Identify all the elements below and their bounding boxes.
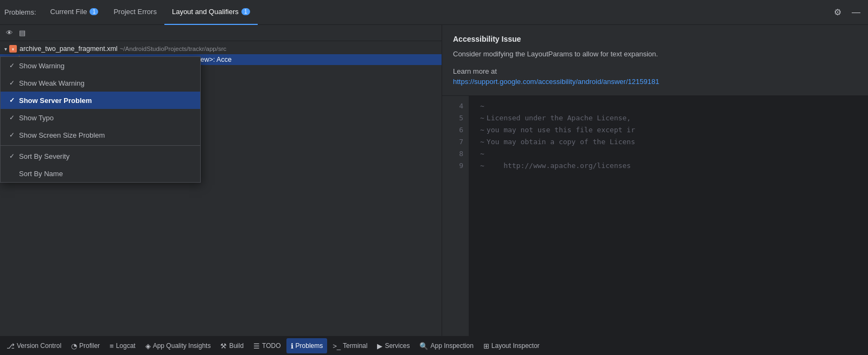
check-sort-name [9, 170, 19, 177]
accessibility-info: Accessibility Issue Consider modifying t… [442, 25, 868, 96]
line-5: 5 [442, 112, 469, 124]
panel-toolbar: 👁 ▤ [0, 25, 442, 41]
menu-divider-1 [1, 145, 200, 146]
check-show-weak-warning: ✓ [9, 79, 19, 87]
terminal-icon: >_ [333, 342, 341, 350]
logcat-label: Logcat [116, 342, 136, 350]
code-editor: 4 5 6 7 8 9 ~ ~ Licensed under the Apach… [442, 96, 868, 337]
minimize-button[interactable]: — [848, 5, 864, 20]
line-8: 8 [442, 148, 469, 160]
line-7: 7 [442, 136, 469, 148]
status-services[interactable]: ▶ Services [373, 338, 414, 353]
code-content: ~ ~ Licensed under the Apache License, ~… [469, 96, 868, 337]
check-sort-severity: ✓ [9, 152, 19, 160]
tab-project-errors[interactable]: Project Errors [106, 0, 164, 25]
code-line-6: ~ you may not use this file except ir [480, 124, 868, 136]
status-todo[interactable]: ☰ TODO [249, 338, 285, 353]
learn-more-label: Learn more at [453, 67, 857, 75]
file-path: ~/AndroidStudioProjects/trackr/app/src [120, 46, 227, 52]
line-4: 4 [442, 100, 469, 112]
app-quality-icon: ◈ [145, 342, 151, 350]
tab-layout-qualifiers[interactable]: Layout and Qualifiers 1 [164, 0, 258, 25]
tab-current-file[interactable]: Current File 1 [43, 0, 106, 25]
check-show-warning: ✓ [9, 62, 19, 69]
menu-item-sort-name[interactable]: Sort By Name [1, 165, 200, 182]
tab-badge-layout: 1 [241, 8, 250, 15]
menu-label-show-screen-size: Show Screen Size Problem [19, 131, 105, 139]
main-content: 👁 ▤ ▾ x archive_two_pane_fragment.xml ~/… [0, 25, 868, 336]
todo-icon: ☰ [253, 342, 260, 350]
problems-label: Problems: [4, 8, 36, 16]
status-profiler[interactable]: ◔ Profiler [67, 338, 104, 353]
menu-label-sort-severity: Sort By Severity [19, 152, 69, 160]
status-app-inspection[interactable]: 🔍 App Inspection [415, 338, 477, 353]
check-show-screen-size: ✓ [9, 131, 19, 139]
terminal-label: Terminal [343, 342, 367, 350]
code-line-7: ~ You may obtain a copy of the Licens [480, 136, 868, 148]
left-panel: 👁 ▤ ▾ x archive_two_pane_fragment.xml ~/… [0, 25, 442, 336]
menu-label-show-warning: Show Warning [19, 62, 65, 70]
right-panel: Accessibility Issue Consider modifying t… [442, 25, 868, 336]
services-icon: ▶ [377, 342, 382, 350]
app-quality-label: App Quality Insights [153, 342, 211, 350]
status-build[interactable]: ⚒ Build [216, 338, 248, 353]
services-label: Services [385, 342, 410, 350]
build-icon: ⚒ [220, 342, 227, 350]
layout-inspector-icon: ⊞ [483, 342, 489, 350]
version-control-label: Version Control [17, 342, 61, 350]
menu-item-show-warning[interactable]: ✓ Show Warning [1, 57, 200, 74]
menu-label-show-weak-warning: Show Weak Warning [19, 79, 85, 87]
code-line-9: ~ http://www.apache.org/licenses [480, 160, 868, 172]
menu-label-show-typo: Show Typo [19, 114, 54, 122]
app-inspection-label: App Inspection [430, 342, 473, 350]
status-problems[interactable]: ℹ Problems [286, 338, 328, 353]
build-label: Build [229, 342, 244, 350]
problems-status-icon: ℹ [291, 342, 293, 350]
menu-item-sort-severity[interactable]: ✓ Sort By Severity [1, 147, 200, 165]
menu-item-show-screen-size[interactable]: ✓ Show Screen Size Problem [1, 126, 200, 144]
tree-file-item[interactable]: ▾ x archive_two_pane_fragment.xml ~/Andr… [0, 43, 442, 54]
menu-label-sort-name: Sort By Name [19, 170, 63, 178]
code-line-4: ~ [480, 100, 868, 112]
app-inspection-icon: 🔍 [419, 342, 428, 350]
accessibility-description: Consider modifying the LayoutParams to a… [453, 49, 857, 60]
status-bar: ⎇ Version Control ◔ Profiler ≡ Logcat ◈ … [0, 336, 868, 355]
problems-status-label: Problems [296, 342, 323, 350]
status-app-quality[interactable]: ◈ App Quality Insights [141, 338, 215, 353]
menu-item-show-typo[interactable]: ✓ Show Typo [1, 109, 200, 126]
status-layout-inspector[interactable]: ⊞ Layout Inspector [479, 338, 544, 353]
learn-more-link[interactable]: https://support.google.com/accessibility… [453, 78, 857, 86]
profiler-label: Profiler [79, 342, 100, 350]
layout-inspector-label: Layout Inspector [492, 342, 540, 350]
code-line-8: ~ [480, 148, 868, 160]
menu-item-show-weak-warning[interactable]: ✓ Show Weak Warning [1, 74, 200, 92]
line-6: 6 [442, 124, 469, 136]
version-control-icon: ⎇ [7, 342, 15, 350]
layout-icon[interactable]: ▤ [16, 27, 28, 39]
check-show-server-problem: ✓ [9, 96, 19, 104]
line-numbers: 4 5 6 7 8 9 [442, 96, 469, 337]
eye-icon[interactable]: 👁 [3, 27, 15, 39]
tab-badge-current-file: 1 [90, 8, 98, 15]
settings-button[interactable]: ⚙ [830, 5, 845, 20]
line-9: 9 [442, 160, 469, 172]
status-logcat[interactable]: ≡ Logcat [105, 338, 140, 353]
logcat-icon: ≡ [110, 342, 114, 350]
accessibility-title: Accessibility Issue [453, 35, 857, 43]
file-name: archive_two_pane_fragment.xml [20, 45, 118, 53]
check-show-typo: ✓ [9, 114, 19, 121]
dropdown-menu: ✓ Show Warning ✓ Show Weak Warning ✓ Sho… [0, 56, 201, 183]
menu-item-show-server-problem[interactable]: ✓ Show Server Problem [1, 92, 200, 109]
menu-label-show-server-problem: Show Server Problem [19, 96, 92, 105]
profiler-icon: ◔ [71, 342, 77, 350]
tree-arrow: ▾ [4, 46, 7, 52]
todo-label: TODO [262, 342, 280, 350]
status-terminal[interactable]: >_ Terminal [328, 338, 372, 353]
code-line-5: ~ Licensed under the Apache License, [480, 112, 868, 124]
tab-bar: Problems: Current File 1 Project Errors … [0, 0, 868, 25]
xml-icon: x [9, 45, 17, 53]
tab-bar-actions: ⚙ — [830, 5, 864, 20]
status-version-control[interactable]: ⎇ Version Control [2, 338, 66, 353]
